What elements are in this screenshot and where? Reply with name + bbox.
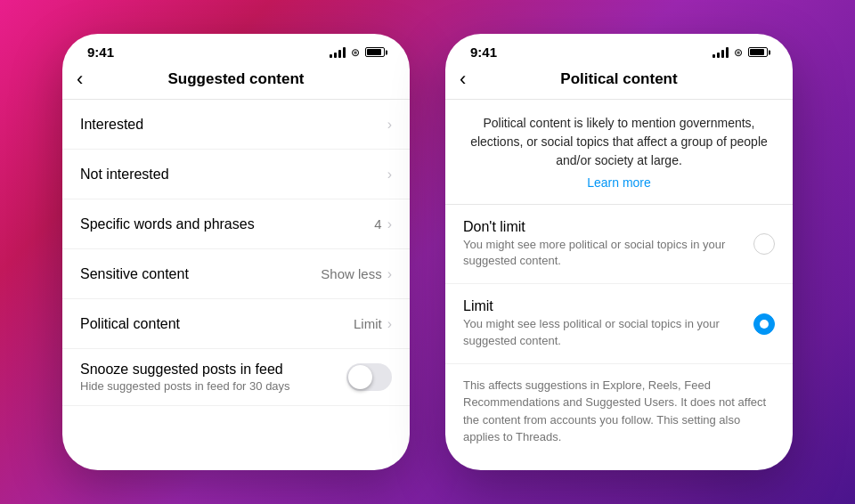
wifi-icon-2: ⊛: [734, 46, 743, 59]
chevron-icon-interested: ›: [387, 117, 392, 133]
menu-item-political[interactable]: Political content Limit ›: [62, 299, 410, 349]
toggle-knob: [348, 365, 372, 389]
description-text: Political content is likely to mention g…: [463, 114, 775, 170]
menu-item-not-interested[interactable]: Not interested ›: [62, 150, 410, 199]
signal-icon: [330, 47, 346, 58]
dont-limit-label: Don't limit: [463, 219, 739, 235]
back-button-1[interactable]: ‹: [77, 68, 83, 91]
menu-item-sensitive[interactable]: Sensitive content Show less ›: [62, 249, 410, 299]
words-phrases-label: Specific words and phrases: [80, 216, 255, 232]
radio-inner: [760, 320, 769, 329]
political-label: Political content: [80, 316, 180, 332]
snooze-toggle[interactable]: [346, 363, 392, 391]
chevron-icon-sensitive: ›: [387, 266, 392, 282]
chevron-icon-political: ›: [387, 316, 392, 332]
interested-label: Interested: [80, 117, 143, 133]
snooze-subtitle: Hide suggested posts in feed for 30 days: [80, 379, 346, 393]
chevron-icon-not-interested: ›: [387, 167, 392, 183]
description-box: Political content is likely to mention g…: [445, 100, 793, 205]
menu-list-1: Interested › Not interested › Specific w…: [62, 100, 410, 470]
battery-icon: [365, 47, 385, 57]
screen2-header: ‹ Political content: [445, 63, 793, 100]
sensitive-value: Show less: [321, 266, 381, 281]
phone-2: 9:41 ⊛ ‹ Political content Political con…: [445, 34, 793, 470]
snooze-label: Snooze suggested posts in feed: [80, 362, 346, 378]
status-bar-2: 9:41 ⊛: [445, 34, 793, 63]
screen1-header: ‹ Suggested content: [62, 63, 410, 100]
status-time-1: 9:41: [87, 45, 114, 60]
option-dont-limit[interactable]: Don't limit You might see more political…: [445, 205, 793, 284]
screen2-title: Political content: [560, 70, 677, 88]
dont-limit-sublabel: You might see more political or social t…: [463, 237, 739, 269]
screen1-title: Suggested content: [167, 70, 304, 88]
status-icons-1: ⊛: [330, 46, 385, 59]
back-button-2[interactable]: ‹: [460, 68, 466, 91]
menu-item-words-phrases[interactable]: Specific words and phrases 4 ›: [62, 199, 410, 249]
option-limit[interactable]: Limit You might see less political or so…: [445, 284, 793, 363]
battery-icon-2: [748, 47, 768, 57]
notice-text: This affects suggestions in Explore, Ree…: [445, 364, 793, 459]
wifi-icon: ⊛: [351, 46, 360, 59]
limit-label: Limit: [463, 298, 739, 314]
status-icons-2: ⊛: [712, 46, 768, 59]
menu-item-interested[interactable]: Interested ›: [62, 100, 410, 150]
learn-more-link[interactable]: Learn more: [463, 175, 775, 190]
political-value: Limit: [354, 316, 382, 331]
chevron-icon-words: ›: [387, 216, 392, 232]
menu-item-snooze[interactable]: Snooze suggested posts in feed Hide sugg…: [62, 349, 410, 406]
words-phrases-value: 4: [374, 216, 381, 232]
status-time-2: 9:41: [470, 45, 497, 60]
signal-icon-2: [712, 47, 729, 58]
not-interested-label: Not interested: [80, 167, 169, 183]
limit-radio[interactable]: [753, 313, 775, 335]
dont-limit-radio[interactable]: [753, 233, 775, 255]
limit-sublabel: You might see less political or social t…: [463, 316, 739, 348]
status-bar-1: 9:41 ⊛: [62, 34, 410, 63]
phone-1: 9:41 ⊛ ‹ Suggested content Interested ›: [62, 34, 410, 470]
sensitive-label: Sensitive content: [80, 266, 189, 282]
